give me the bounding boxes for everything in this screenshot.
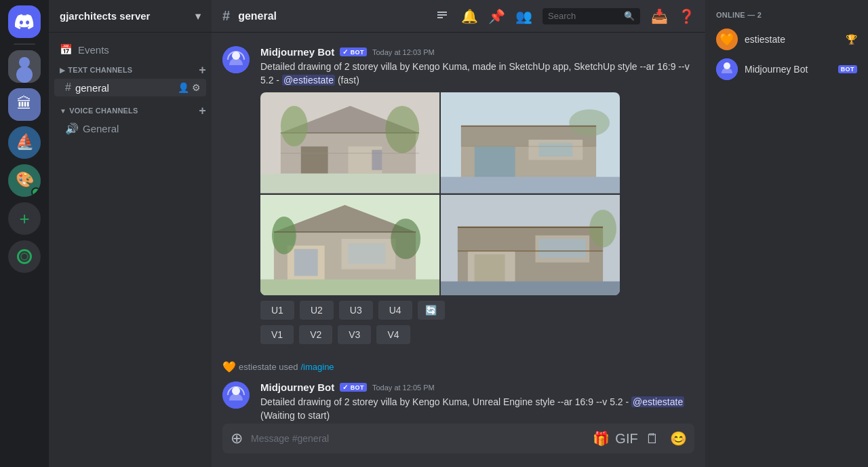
server-icon-3[interactable]: ⛵ (8, 126, 41, 159)
voice-channels-header[interactable]: ▼ VOICE CHANNELS + (49, 102, 212, 119)
member-item-midjourney-bot[interactable]: Midjourney Bot BOT (711, 54, 863, 84)
svg-point-30 (569, 109, 610, 136)
voice-channels-chevron: ▼ (60, 107, 66, 115)
u2-button[interactable]: U2 (300, 301, 334, 320)
message-group-2: Midjourney Bot ✓ BOT Today at 12:05 PM D… (212, 379, 705, 424)
voice-channels-label: VOICE CHANNELS (69, 107, 138, 115)
svg-rect-51 (441, 281, 620, 295)
svg-rect-49 (538, 238, 586, 257)
threads-icon[interactable] (434, 8, 450, 24)
svg-rect-39 (349, 243, 386, 263)
text-channels-section: ▶ TEXT CHANNELS + # general 👤 ⚙ (49, 61, 212, 96)
svg-point-52 (589, 210, 616, 248)
svg-rect-29 (441, 177, 620, 193)
add-text-channel-button[interactable]: + (199, 64, 206, 76)
voice-channels-section: ▼ VOICE CHANNELS + 🔊 General (49, 102, 212, 138)
text-channels-header[interactable]: ▶ TEXT CHANNELS + (49, 61, 212, 79)
member-badge-midjourney-bot: BOT (838, 65, 857, 73)
discord-home-icon[interactable] (8, 5, 41, 38)
gif-icon[interactable]: GIF (618, 430, 635, 447)
member-item-estiestate[interactable]: 🧡 estiestate 🏆 (711, 24, 863, 54)
message-time-1: Today at 12:03 PM (372, 48, 435, 56)
svg-point-11 (232, 52, 240, 60)
message-input[interactable] (251, 433, 585, 444)
bot-badge-1: ✓ BOT (340, 48, 367, 56)
inbox-icon[interactable]: 📥 (651, 8, 667, 24)
svg-text:🏛: 🏛 (17, 95, 32, 112)
server-icon-2[interactable]: 🏛 (8, 88, 41, 121)
message-time-2: Today at 12:05 PM (372, 384, 435, 392)
message-header-1: Midjourney Bot ✓ BOT Today at 12:03 PM (260, 46, 694, 58)
header-icons: 🔔 📌 👥 Search 🔍 📥 ❓ (434, 8, 694, 24)
v3-button[interactable]: V3 (338, 325, 371, 344)
members-icon[interactable]: 👤 (178, 82, 189, 93)
channel-list: 📅 Events ▶ TEXT CHANNELS + # general 👤 ⚙ (49, 33, 212, 467)
user-emoji: 🧡 (222, 360, 236, 373)
voice-channel-general[interactable]: 🔊 General (54, 119, 206, 138)
u3-button[interactable]: U3 (339, 301, 373, 320)
u4-button[interactable]: U4 (378, 301, 412, 320)
messages-area: Midjourney Bot ✓ BOT Today at 12:03 PM D… (212, 33, 705, 424)
server-sidebar: 🏛 ⛵ 🎨 + (0, 0, 49, 467)
help-icon[interactable]: ❓ (678, 8, 694, 24)
image-cell-3 (260, 195, 439, 296)
server-divider (14, 43, 35, 45)
v1-button[interactable]: V1 (260, 325, 294, 344)
svg-point-58 (724, 62, 730, 69)
svg-point-42 (391, 219, 420, 259)
svg-rect-28 (538, 143, 572, 157)
message-content-2: Midjourney Bot ✓ BOT Today at 12:05 PM D… (260, 381, 694, 422)
message-group-1: Midjourney Bot ✓ BOT Today at 12:03 PM D… (212, 43, 705, 347)
member-name-midjourney-bot: Midjourney Bot (745, 64, 831, 75)
events-label: Events (78, 44, 109, 56)
notification-icon[interactable]: 🔔 (461, 8, 477, 24)
text-channels-label: TEXT CHANNELS (68, 66, 132, 74)
message-text-2: Detailed drawing of 2 storey villa by Ke… (260, 396, 694, 422)
svg-rect-50 (475, 254, 505, 282)
command-link[interactable]: /imagine (300, 362, 334, 372)
server-icon-4[interactable]: 🎨 (8, 164, 41, 197)
mention-1: @estiestate (282, 75, 335, 86)
svg-point-41 (272, 217, 296, 255)
main-content: # general 🔔 📌 👥 Search 🔍 📥 ❓ (212, 0, 705, 467)
svg-rect-38 (294, 248, 318, 276)
search-bar[interactable]: Search 🔍 (542, 8, 640, 24)
channel-header-name: general (238, 10, 277, 22)
image-cell-2 (441, 92, 620, 193)
sticker-icon[interactable]: 🗒 (644, 430, 660, 447)
members-sidebar: ONLINE — 2 🧡 estiestate 🏆 Midjourney Bot… (705, 0, 868, 467)
message-input-box: ⊕ 🎁 GIF 🗒 😊 (222, 424, 694, 453)
v2-button[interactable]: V2 (299, 325, 332, 344)
verified-icon: ✓ (342, 48, 348, 56)
search-icon: 🔍 (624, 11, 635, 21)
volume-icon: 🔊 (65, 122, 79, 135)
used-command-notice: 🧡 estiestate used /imagine (212, 358, 705, 373)
gift-icon[interactable]: 🎁 (593, 430, 609, 447)
v4-button[interactable]: V4 (376, 325, 410, 344)
input-icons: 🎁 GIF 🗒 😊 (593, 430, 686, 447)
svg-text:⛵: ⛵ (16, 132, 35, 151)
discover-button[interactable] (8, 240, 41, 273)
pin-icon[interactable]: 📌 (488, 8, 505, 24)
chevron-down-icon: ▾ (195, 10, 201, 22)
emoji-icon[interactable]: 😊 (670, 430, 686, 447)
members-list-icon[interactable]: 👥 (515, 8, 532, 24)
settings-icon[interactable]: ⚙ (192, 82, 201, 93)
u1-button[interactable]: U1 (260, 301, 294, 320)
add-voice-channel-button[interactable]: + (199, 105, 206, 117)
svg-point-2 (16, 67, 33, 83)
server-icon-1[interactable] (8, 50, 41, 83)
text-channels-chevron: ▶ (60, 67, 65, 74)
image-grid-1 (260, 92, 620, 295)
channel-item-general[interactable]: # general 👤 ⚙ (54, 79, 206, 96)
online-header: ONLINE — 2 (711, 11, 863, 19)
action-buttons-row2: V1 V2 V3 V4 (260, 325, 620, 344)
server-header[interactable]: gjarchitects server ▾ (49, 0, 212, 33)
message-input-area: ⊕ 🎁 GIF 🗒 😊 (212, 424, 705, 467)
channel-name: general (75, 82, 174, 94)
events-item[interactable]: 📅 Events (49, 38, 212, 61)
refresh-button[interactable]: 🔄 (418, 301, 445, 320)
add-attachment-button[interactable]: ⊕ (231, 431, 243, 446)
add-server-button[interactable]: + (8, 202, 41, 235)
member-avatar-midjourney-bot (716, 58, 738, 80)
